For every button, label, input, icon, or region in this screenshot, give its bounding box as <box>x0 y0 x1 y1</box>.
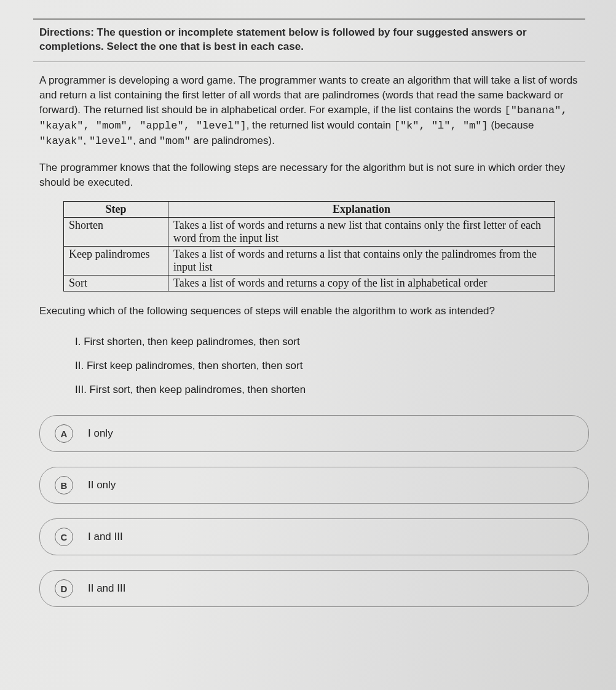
step-explanation: Takes a list of words and returns a copy… <box>168 275 555 291</box>
table-row: Keep palindromes Takes a list of words a… <box>64 246 555 275</box>
sequence-i: I. First shorten, then keep palindromes,… <box>75 330 579 354</box>
text: are palindromes). <box>191 135 275 146</box>
sequence-list: I. First shorten, then keep palindromes,… <box>21 330 598 405</box>
code-list-output: ["k", "l", "m"] <box>394 120 488 132</box>
table-row: Sort Takes a list of words and returns a… <box>64 275 555 291</box>
sequence-iii: III. First sort, then keep palindromes, … <box>75 378 579 402</box>
code-word-mom: "mom" <box>159 135 191 147</box>
top-rule <box>33 18 585 20</box>
choice-text: I only <box>88 427 113 440</box>
question-paragraph-3: Executing which of the following sequenc… <box>21 304 598 319</box>
choice-text: II and III <box>88 582 125 595</box>
step-name: Keep palindromes <box>64 246 168 275</box>
directions-text: Directions: The question or incomplete s… <box>21 25 598 57</box>
divider <box>33 61 585 62</box>
sequence-ii: II. First keep palindromes, then shorten… <box>75 354 579 378</box>
code-word-level: "level" <box>89 135 133 147</box>
answer-choices: A I only B II only C I and III D II and … <box>21 405 598 607</box>
answer-choice-c[interactable]: C I and III <box>39 518 589 555</box>
question-paragraph-2: The programmer knows that the following … <box>21 161 598 190</box>
question-sheet: Directions: The question or incomplete s… <box>0 0 616 690</box>
text: (because <box>488 119 534 131</box>
choice-letter: A <box>55 424 73 443</box>
step-explanation: Takes a list of words and returns a new … <box>168 217 555 246</box>
col-explanation: Explanation <box>168 201 555 217</box>
answer-choice-a[interactable]: A I only <box>39 415 589 452</box>
choice-letter: B <box>55 476 73 494</box>
step-explanation: Takes a list of words and returns a list… <box>168 246 555 275</box>
answer-choice-b[interactable]: B II only <box>39 467 589 504</box>
step-name: Shorten <box>64 217 168 246</box>
choice-text: II only <box>88 479 116 491</box>
question-paragraph-1: A programmer is developing a word game. … <box>21 73 598 149</box>
choice-letter: C <box>55 528 73 546</box>
col-step: Step <box>64 201 168 217</box>
text: , the returned list would contain <box>247 119 394 131</box>
text: , and <box>133 135 159 146</box>
text: A programmer is developing a word game. … <box>39 74 578 116</box>
table-header-row: Step Explanation <box>64 201 555 217</box>
answer-choice-d[interactable]: D II and III <box>39 570 589 607</box>
text: , <box>83 135 89 146</box>
choice-text: I and III <box>88 531 123 543</box>
steps-table: Step Explanation Shorten Takes a list of… <box>63 201 555 291</box>
choice-letter: D <box>55 579 73 598</box>
code-word-kayak: "kayak" <box>39 135 83 147</box>
table-row: Shorten Takes a list of words and return… <box>64 217 555 246</box>
step-name: Sort <box>64 275 168 291</box>
